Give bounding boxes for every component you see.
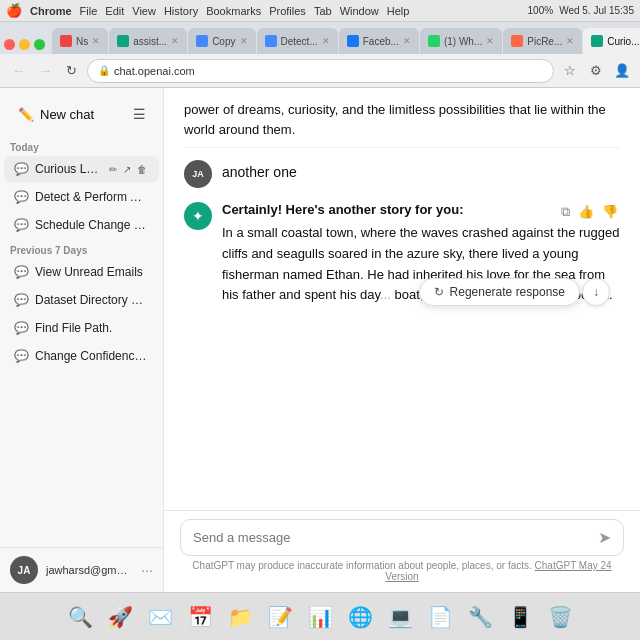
tab-curio[interactable]: Curio... ✕ <box>583 28 640 54</box>
share-chat-icon[interactable]: ↗ <box>121 163 133 176</box>
copy-message-icon[interactable]: ⧉ <box>559 202 572 222</box>
mac-bar-right: 100% Wed 5. Jul 15:35 <box>528 5 634 16</box>
dock-mail[interactable]: ✉️ <box>142 599 178 635</box>
sidebar-item-curious[interactable]: 💬 Curious Lily's Enchan ✏ ↗ 🗑 <box>4 156 159 182</box>
address-url: chat.openai.com <box>114 65 195 77</box>
dock-finder[interactable]: 🔍 <box>62 599 98 635</box>
nav-bar: ← → ↻ 🔒 chat.openai.com ☆ ⚙ 👤 <box>0 54 640 88</box>
regenerate-popup[interactable]: ↻ Regenerate response <box>419 278 580 306</box>
tab-facebook[interactable]: Faceb... ✕ <box>339 28 419 54</box>
tab-favicon-copy <box>196 35 208 47</box>
back-button[interactable]: ← <box>8 61 29 80</box>
thumbs-up-icon[interactable]: 👍 <box>576 202 596 222</box>
tab-close-picre[interactable]: ✕ <box>566 36 574 46</box>
bookmark-icon[interactable]: ☆ <box>560 61 580 81</box>
tab-picre[interactable]: PicRe... ✕ <box>503 28 582 54</box>
extensions-icon[interactable]: ⚙ <box>586 61 606 81</box>
dock-app10[interactable]: 🔧 <box>462 599 498 635</box>
menu-help[interactable]: Help <box>387 5 410 17</box>
menu-view[interactable]: View <box>132 5 156 17</box>
tab-copy[interactable]: Copy ✕ <box>188 28 255 54</box>
user-email: jawharsd@gmail.com <box>46 564 133 576</box>
new-chat-label: New chat <box>40 107 94 122</box>
tab-favicon-ns <box>60 35 72 47</box>
sidebar-item-schedule[interactable]: 💬 Schedule Change BJ232 TUN <box>4 212 159 238</box>
menu-file[interactable]: File <box>80 5 98 17</box>
sidebar-item-findfile-label: Find File Path. <box>35 321 149 335</box>
sidebar-item-confidence[interactable]: 💬 Change Confidence Thresh... <box>4 343 159 369</box>
dock-pdf[interactable]: 📄 <box>422 599 458 635</box>
tab-close-assist[interactable]: ✕ <box>171 36 179 46</box>
sidebar-item-detect[interactable]: 💬 Detect & Perform Actions. <box>4 184 159 210</box>
message-input[interactable] <box>193 530 590 545</box>
reload-button[interactable]: ↻ <box>62 61 81 80</box>
sidebar-item-curious-label: Curious Lily's Enchan <box>35 162 101 176</box>
thumbs-down-icon[interactable]: 👎 <box>600 202 620 222</box>
menu-tab[interactable]: Tab <box>314 5 332 17</box>
sidebar-item-emails-label: View Unread Emails <box>35 265 149 279</box>
menu-window[interactable]: Window <box>340 5 379 17</box>
dock-app6[interactable]: 📊 <box>302 599 338 635</box>
dock-chrome[interactable]: 🌐 <box>342 599 378 635</box>
new-chat-button[interactable]: ✏️ New chat <box>8 101 117 128</box>
chat-icon-3: 💬 <box>14 218 29 232</box>
tab-close-facebook[interactable]: ✕ <box>403 36 411 46</box>
menu-profiles[interactable]: Profiles <box>269 5 306 17</box>
sidebar-item-dataset[interactable]: 💬 Dataset Directory Error <box>4 287 159 313</box>
zoom-level: 100% <box>528 5 554 16</box>
dock-app11[interactable]: 📱 <box>502 599 538 635</box>
forward-button[interactable]: → <box>35 61 56 80</box>
tab-close-w[interactable]: ✕ <box>486 36 494 46</box>
user-profile-icon[interactable]: 👤 <box>612 61 632 81</box>
chat-icon: 💬 <box>14 162 29 176</box>
menu-edit[interactable]: Edit <box>105 5 124 17</box>
chevron-down-icon: ↓ <box>593 285 599 299</box>
sidebar: ✏️ New chat ☰ Today 💬 Curious Lily's Enc… <box>0 88 164 592</box>
close-window-btn[interactable] <box>4 39 15 50</box>
user-avatar: JA <box>10 556 38 584</box>
sidebar-collapse-button[interactable]: ☰ <box>123 98 155 130</box>
tab-close-copy[interactable]: ✕ <box>240 36 248 46</box>
dock-launchpad[interactable]: 🚀 <box>102 599 138 635</box>
delete-chat-icon[interactable]: 🗑 <box>135 163 149 176</box>
tab-close-detect[interactable]: ✕ <box>322 36 330 46</box>
minimize-window-btn[interactable] <box>19 39 30 50</box>
tab-detect[interactable]: Detect... ✕ <box>257 28 338 54</box>
maximize-window-btn[interactable] <box>34 39 45 50</box>
sidebar-item-findfile[interactable]: 💬 Find File Path. <box>4 315 159 341</box>
address-bar[interactable]: 🔒 chat.openai.com <box>87 59 554 83</box>
sidebar-item-confidence-label: Change Confidence Thresh... <box>35 349 149 363</box>
chat-area: power of dreams, curiosity, and the limi… <box>164 88 640 592</box>
tab-label-picre: PicRe... <box>527 36 562 47</box>
chat-icon-7: 💬 <box>14 349 29 363</box>
menu-history[interactable]: History <box>164 5 198 17</box>
dock-files[interactable]: 📁 <box>222 599 258 635</box>
chat-messages: power of dreams, curiosity, and the limi… <box>164 88 640 510</box>
macos-dock: 🔍 🚀 ✉️ 📅 📁 📝 📊 🌐 💻 📄 🔧 📱 🗑️ <box>0 592 640 640</box>
chat-disclaimer: ChatGPT may produce inaccurate informati… <box>180 556 624 588</box>
dock-trash[interactable]: 🗑️ <box>542 599 578 635</box>
tab-favicon-curio <box>591 35 603 47</box>
menu-chrome[interactable]: Chrome <box>30 5 72 17</box>
mac-toolbar: 🍎 Chrome File Edit View History Bookmark… <box>0 0 640 22</box>
tab-close-ns[interactable]: ✕ <box>92 36 100 46</box>
scroll-down-button[interactable]: ↓ <box>582 278 610 306</box>
sidebar-item-emails[interactable]: 💬 View Unread Emails <box>4 259 159 285</box>
app-body: ✏️ New chat ☰ Today 💬 Curious Lily's Enc… <box>0 88 640 592</box>
sidebar-user[interactable]: JA jawharsd@gmail.com ··· <box>0 547 163 592</box>
tab-ns[interactable]: Ns ✕ <box>52 28 108 54</box>
chat-icon-6: 💬 <box>14 321 29 335</box>
openai-icon: ✦ <box>192 208 204 224</box>
send-button[interactable]: ➤ <box>598 528 611 547</box>
dock-vscode[interactable]: 💻 <box>382 599 418 635</box>
tab-label-facebook: Faceb... <box>363 36 399 47</box>
edit-chat-icon[interactable]: ✏ <box>107 163 119 176</box>
user-more-icon[interactable]: ··· <box>141 562 153 578</box>
chat-icon-2: 💬 <box>14 190 29 204</box>
tab-w[interactable]: (1) Wh... ✕ <box>420 28 502 54</box>
dock-calendar[interactable]: 📅 <box>182 599 218 635</box>
ai-message-avatar: ✦ <box>184 202 212 230</box>
menu-bookmarks[interactable]: Bookmarks <box>206 5 261 17</box>
dock-notes[interactable]: 📝 <box>262 599 298 635</box>
tab-assist[interactable]: assist... ✕ <box>109 28 187 54</box>
